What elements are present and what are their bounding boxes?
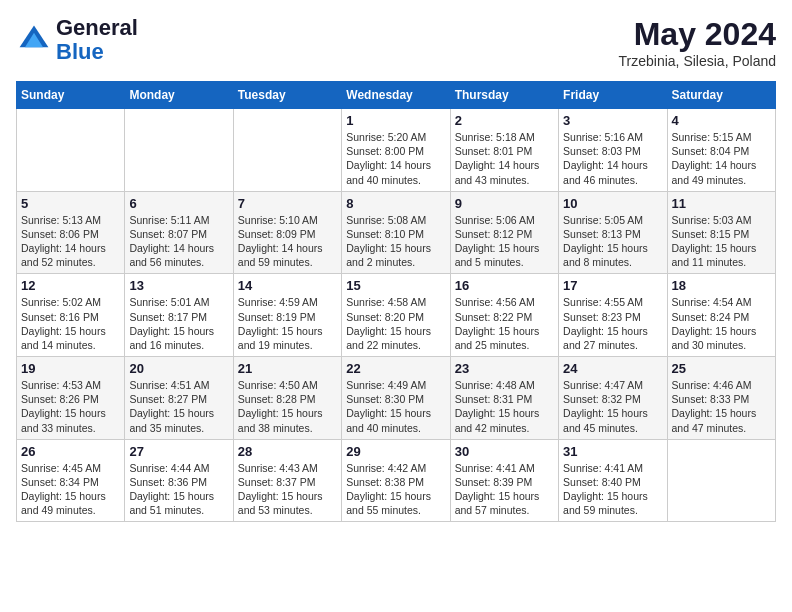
calendar-cell [667,439,775,522]
weekday-header-wednesday: Wednesday [342,82,450,109]
weekday-header-row: SundayMondayTuesdayWednesdayThursdayFrid… [17,82,776,109]
calendar-cell: 24Sunrise: 4:47 AM Sunset: 8:32 PM Dayli… [559,357,667,440]
calendar-cell: 22Sunrise: 4:49 AM Sunset: 8:30 PM Dayli… [342,357,450,440]
day-info: Sunrise: 4:56 AM Sunset: 8:22 PM Dayligh… [455,295,554,352]
calendar-cell [17,109,125,192]
month-year: May 2024 [619,16,776,53]
calendar-cell [125,109,233,192]
calendar-cell: 17Sunrise: 4:55 AM Sunset: 8:23 PM Dayli… [559,274,667,357]
calendar-cell: 11Sunrise: 5:03 AM Sunset: 8:15 PM Dayli… [667,191,775,274]
day-number: 31 [563,444,662,459]
calendar-week-4: 19Sunrise: 4:53 AM Sunset: 8:26 PM Dayli… [17,357,776,440]
day-info: Sunrise: 4:42 AM Sunset: 8:38 PM Dayligh… [346,461,445,518]
calendar-cell: 3Sunrise: 5:16 AM Sunset: 8:03 PM Daylig… [559,109,667,192]
day-number: 19 [21,361,120,376]
day-info: Sunrise: 5:16 AM Sunset: 8:03 PM Dayligh… [563,130,662,187]
day-info: Sunrise: 5:18 AM Sunset: 8:01 PM Dayligh… [455,130,554,187]
calendar-week-1: 1Sunrise: 5:20 AM Sunset: 8:00 PM Daylig… [17,109,776,192]
day-info: Sunrise: 5:11 AM Sunset: 8:07 PM Dayligh… [129,213,228,270]
day-number: 15 [346,278,445,293]
day-info: Sunrise: 5:03 AM Sunset: 8:15 PM Dayligh… [672,213,771,270]
day-number: 18 [672,278,771,293]
day-info: Sunrise: 4:53 AM Sunset: 8:26 PM Dayligh… [21,378,120,435]
calendar-cell: 7Sunrise: 5:10 AM Sunset: 8:09 PM Daylig… [233,191,341,274]
calendar-cell: 10Sunrise: 5:05 AM Sunset: 8:13 PM Dayli… [559,191,667,274]
calendar-cell: 1Sunrise: 5:20 AM Sunset: 8:00 PM Daylig… [342,109,450,192]
day-number: 25 [672,361,771,376]
day-number: 21 [238,361,337,376]
calendar-cell: 13Sunrise: 5:01 AM Sunset: 8:17 PM Dayli… [125,274,233,357]
weekday-header-tuesday: Tuesday [233,82,341,109]
day-info: Sunrise: 5:13 AM Sunset: 8:06 PM Dayligh… [21,213,120,270]
day-number: 2 [455,113,554,128]
calendar-cell: 6Sunrise: 5:11 AM Sunset: 8:07 PM Daylig… [125,191,233,274]
day-number: 14 [238,278,337,293]
calendar-cell: 20Sunrise: 4:51 AM Sunset: 8:27 PM Dayli… [125,357,233,440]
calendar-cell: 4Sunrise: 5:15 AM Sunset: 8:04 PM Daylig… [667,109,775,192]
calendar-week-2: 5Sunrise: 5:13 AM Sunset: 8:06 PM Daylig… [17,191,776,274]
calendar-cell: 12Sunrise: 5:02 AM Sunset: 8:16 PM Dayli… [17,274,125,357]
calendar-cell: 2Sunrise: 5:18 AM Sunset: 8:01 PM Daylig… [450,109,558,192]
day-number: 17 [563,278,662,293]
day-info: Sunrise: 5:06 AM Sunset: 8:12 PM Dayligh… [455,213,554,270]
calendar-cell: 16Sunrise: 4:56 AM Sunset: 8:22 PM Dayli… [450,274,558,357]
calendar-cell: 29Sunrise: 4:42 AM Sunset: 8:38 PM Dayli… [342,439,450,522]
calendar-cell: 27Sunrise: 4:44 AM Sunset: 8:36 PM Dayli… [125,439,233,522]
day-number: 4 [672,113,771,128]
day-info: Sunrise: 4:49 AM Sunset: 8:30 PM Dayligh… [346,378,445,435]
day-info: Sunrise: 4:41 AM Sunset: 8:39 PM Dayligh… [455,461,554,518]
calendar-cell: 31Sunrise: 4:41 AM Sunset: 8:40 PM Dayli… [559,439,667,522]
day-number: 10 [563,196,662,211]
day-info: Sunrise: 4:48 AM Sunset: 8:31 PM Dayligh… [455,378,554,435]
logo: General Blue [16,16,138,64]
day-number: 9 [455,196,554,211]
calendar-cell: 26Sunrise: 4:45 AM Sunset: 8:34 PM Dayli… [17,439,125,522]
calendar-cell: 15Sunrise: 4:58 AM Sunset: 8:20 PM Dayli… [342,274,450,357]
day-info: Sunrise: 4:54 AM Sunset: 8:24 PM Dayligh… [672,295,771,352]
weekday-header-saturday: Saturday [667,82,775,109]
day-info: Sunrise: 5:08 AM Sunset: 8:10 PM Dayligh… [346,213,445,270]
day-number: 27 [129,444,228,459]
day-number: 3 [563,113,662,128]
calendar-cell: 23Sunrise: 4:48 AM Sunset: 8:31 PM Dayli… [450,357,558,440]
calendar-cell: 9Sunrise: 5:06 AM Sunset: 8:12 PM Daylig… [450,191,558,274]
calendar-cell: 30Sunrise: 4:41 AM Sunset: 8:39 PM Dayli… [450,439,558,522]
logo-text: General Blue [56,16,138,64]
day-info: Sunrise: 4:47 AM Sunset: 8:32 PM Dayligh… [563,378,662,435]
location: Trzebinia, Silesia, Poland [619,53,776,69]
day-number: 6 [129,196,228,211]
calendar-week-5: 26Sunrise: 4:45 AM Sunset: 8:34 PM Dayli… [17,439,776,522]
day-number: 30 [455,444,554,459]
day-number: 13 [129,278,228,293]
day-number: 22 [346,361,445,376]
day-info: Sunrise: 4:51 AM Sunset: 8:27 PM Dayligh… [129,378,228,435]
day-number: 29 [346,444,445,459]
day-number: 1 [346,113,445,128]
day-number: 7 [238,196,337,211]
day-info: Sunrise: 5:15 AM Sunset: 8:04 PM Dayligh… [672,130,771,187]
day-number: 20 [129,361,228,376]
title-block: May 2024 Trzebinia, Silesia, Poland [619,16,776,69]
day-info: Sunrise: 4:45 AM Sunset: 8:34 PM Dayligh… [21,461,120,518]
day-info: Sunrise: 4:43 AM Sunset: 8:37 PM Dayligh… [238,461,337,518]
day-info: Sunrise: 4:46 AM Sunset: 8:33 PM Dayligh… [672,378,771,435]
day-info: Sunrise: 5:01 AM Sunset: 8:17 PM Dayligh… [129,295,228,352]
day-info: Sunrise: 4:59 AM Sunset: 8:19 PM Dayligh… [238,295,337,352]
calendar-cell: 18Sunrise: 4:54 AM Sunset: 8:24 PM Dayli… [667,274,775,357]
day-info: Sunrise: 4:44 AM Sunset: 8:36 PM Dayligh… [129,461,228,518]
calendar-cell: 14Sunrise: 4:59 AM Sunset: 8:19 PM Dayli… [233,274,341,357]
calendar-cell [233,109,341,192]
day-number: 28 [238,444,337,459]
weekday-header-thursday: Thursday [450,82,558,109]
logo-icon [16,22,52,58]
day-number: 24 [563,361,662,376]
day-info: Sunrise: 4:58 AM Sunset: 8:20 PM Dayligh… [346,295,445,352]
calendar-cell: 21Sunrise: 4:50 AM Sunset: 8:28 PM Dayli… [233,357,341,440]
calendar-cell: 8Sunrise: 5:08 AM Sunset: 8:10 PM Daylig… [342,191,450,274]
calendar-cell: 5Sunrise: 5:13 AM Sunset: 8:06 PM Daylig… [17,191,125,274]
day-number: 11 [672,196,771,211]
calendar-cell: 25Sunrise: 4:46 AM Sunset: 8:33 PM Dayli… [667,357,775,440]
day-number: 5 [21,196,120,211]
calendar-cell: 19Sunrise: 4:53 AM Sunset: 8:26 PM Dayli… [17,357,125,440]
day-number: 16 [455,278,554,293]
